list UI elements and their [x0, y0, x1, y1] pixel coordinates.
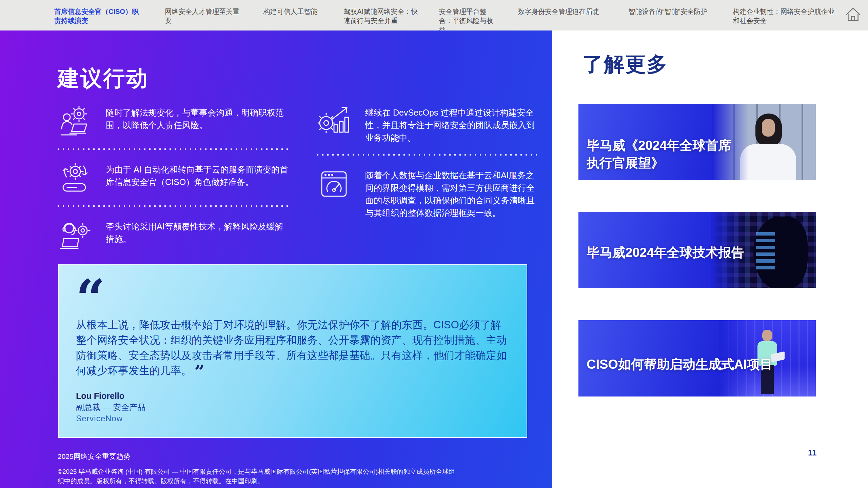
top-tab-bar: 首席信息安全官（CISO）职责持续演变 网络安全人才管理至关重要 构建可信人工智…	[0, 0, 868, 30]
card-ceo-outlook[interactable]: 毕马威《2024年全球首席执行官展望》	[578, 104, 816, 180]
card-title: 毕马威《2024年全球首席执行官展望》	[587, 137, 739, 172]
quote-author-name: Lou Fiorello	[76, 390, 508, 402]
card-title: 毕马威2024年全球技术报告	[587, 244, 804, 261]
actions-column-right: 继续在 DevSecOps 过程中通过设计构建安全性，并且将专注于网络安全的团队…	[317, 104, 539, 219]
dotted-divider	[58, 148, 292, 150]
page-number: 11	[808, 448, 816, 458]
card-genai-ciso[interactable]: CISO如何帮助启动生成式AI项目	[578, 320, 816, 396]
action-item: 继续在 DevSecOps 过程中通过设计构建安全性，并且将专注于网络安全的团队…	[317, 104, 539, 144]
copyright-text: ©2025 毕马威企业咨询 (中国) 有限公司 — 中国有限责任公司，是与毕马威…	[58, 467, 461, 486]
series-title: 2025网络安全重要趋势	[58, 452, 131, 461]
action-item: 牵头讨论采用AI等颠覆性技术，解释风险及缓解措施。	[58, 218, 292, 252]
action-item: 随时了解法规变化，与董事会沟通，明确职权范围，以降低个人责任风险。	[58, 104, 292, 138]
tab-resilience[interactable]: 构建企业韧性：网络安全护航企业和社会安全	[733, 7, 837, 25]
dotted-divider	[317, 154, 539, 156]
recommended-actions-panel: 建议行动 随时了解法规变化，与董事会沟通，明确	[0, 30, 552, 488]
action-item: 随着个人数据与企业数据在基于云和AI服务之间的界限变得模糊，需对第三方供应商进行…	[317, 167, 539, 219]
page-title: 建议行动	[58, 64, 149, 93]
card-tech-report[interactable]: 毕马威2024年全球技术报告	[578, 212, 816, 288]
close-quote-icon: ”	[195, 361, 205, 382]
person-laptop-gear-icon	[58, 104, 92, 138]
gear-growth-chart-icon	[317, 104, 351, 138]
action-text: 牵头讨论采用AI等颠覆性技术，解释风险及缓解措施。	[106, 218, 292, 245]
gear-cycle-icon	[58, 161, 92, 195]
quote-text: 从根本上说，降低攻击概率始于对环境的理解。你无法保护你不了解的东西。CISO必须…	[76, 317, 508, 378]
action-text: 继续在 DevSecOps 过程中通过设计构建安全性，并且将专注于网络安全的团队…	[365, 104, 539, 144]
tab-smart-devices[interactable]: 智能设备的“智能”安全防护	[628, 7, 713, 16]
action-text: 随时了解法规变化，与董事会沟通，明确职权范围，以降低个人责任风险。	[106, 104, 292, 131]
action-item: 为由于 AI 自动化和转向基于云的服务而演变的首席信息安全官（CISO）角色做好…	[58, 161, 292, 195]
tab-ciso-role[interactable]: 首席信息安全官（CISO）职责持续演变	[54, 7, 145, 25]
action-text: 为由于 AI 自动化和转向基于云的服务而演变的首席信息安全官（CISO）角色做好…	[106, 161, 292, 188]
actions-grid: 随时了解法规变化，与董事会沟通，明确职权范围，以降低个人责任风险。	[58, 104, 539, 252]
tab-trusted-ai[interactable]: 构建可信人工智能	[263, 7, 324, 16]
tab-ai-security[interactable]: 驾驭AI赋能网络安全：快速前行与安全并重	[343, 7, 419, 25]
quote-author-company: ServiceNow	[76, 413, 508, 424]
report-page: 首席信息安全官（CISO）职责持续演变 网络安全人才管理至关重要 构建可信人工智…	[0, 0, 868, 488]
tab-digital-identity[interactable]: 数字身份安全管理迫在眉睫	[518, 7, 609, 16]
home-icon[interactable]	[844, 5, 862, 23]
headset-agent-icon	[58, 218, 92, 252]
actions-column-left: 随时了解法规变化，与董事会沟通，明确职权范围，以降低个人责任风险。	[58, 104, 292, 252]
learn-more-title: 了解更多	[583, 51, 668, 78]
open-quote-icon: “	[76, 275, 508, 312]
card-title: CISO如何帮助启动生成式AI项目	[587, 356, 776, 373]
quote-card: “ 从根本上说，降低攻击概率始于对环境的理解。你无法保护你不了解的东西。CISO…	[58, 264, 527, 438]
tab-talent[interactable]: 网络安全人才管理至关重要	[165, 7, 243, 25]
quote-attribution: Lou Fiorello 副总裁 — 安全产品 ServiceNow	[76, 390, 508, 424]
gauge-window-icon	[317, 167, 351, 201]
quote-author-role: 副总裁 — 安全产品	[76, 402, 508, 413]
action-text: 随着个人数据与企业数据在基于云和AI服务之间的界限变得模糊，需对第三方供应商进行…	[365, 167, 539, 219]
dotted-divider	[58, 205, 292, 207]
